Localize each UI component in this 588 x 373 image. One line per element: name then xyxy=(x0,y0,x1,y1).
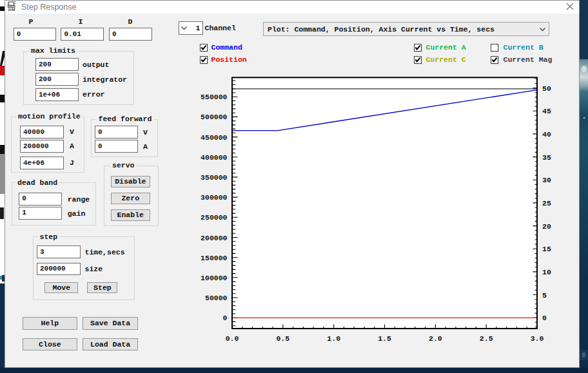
svg-text:DM: DM xyxy=(8,7,16,12)
